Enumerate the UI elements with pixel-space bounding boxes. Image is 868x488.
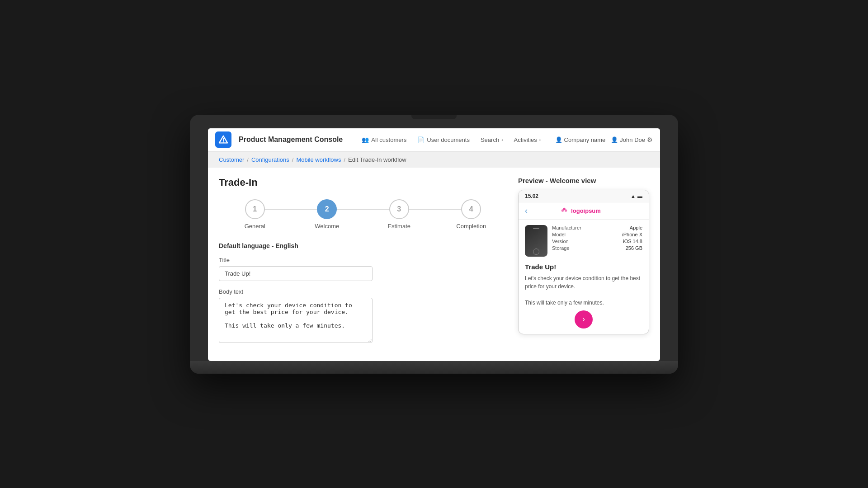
title-label: Title	[219, 257, 507, 263]
page-title: Trade-In	[219, 177, 507, 188]
user-icon: 👤	[611, 136, 618, 143]
step-circle-1: 1	[245, 199, 265, 219]
breadcrumb-mobile-workflows[interactable]: Mobile workflows	[296, 156, 341, 163]
stepper: 1 General 2 Welcome 3 Estim	[219, 199, 507, 230]
step-label-1: General	[245, 223, 265, 230]
nav-search[interactable]: Search ›	[476, 134, 508, 146]
documents-icon: 📄	[417, 136, 425, 143]
breadcrumb-sep-1: /	[247, 156, 249, 163]
body-field-group: Body text Let's check your device condit…	[219, 288, 507, 345]
phone-logo-icon	[560, 206, 568, 215]
phone-mockup: 15.02 ▲ ▬ ‹	[518, 190, 649, 334]
laptop-base	[190, 361, 678, 374]
phone-trade-body: Let's check your device condition to get…	[525, 274, 642, 307]
svg-point-2	[223, 142, 224, 143]
phone-time: 15.02	[525, 193, 538, 199]
nav-all-customers[interactable]: 👥 All customers	[357, 134, 411, 146]
body-textarea[interactable]: Let's check your device condition to get…	[219, 298, 373, 343]
breadcrumb: Customer / Configurations / Mobile workf…	[208, 152, 660, 168]
nav-activities[interactable]: Activities ›	[509, 134, 545, 146]
svg-point-5	[565, 209, 567, 211]
step-label-3: Estimate	[387, 223, 410, 230]
phone-body: Manufacturer Apple Model iPhone X Versio…	[519, 220, 649, 334]
step-label-2: Welcome	[315, 223, 339, 230]
spec-version: Version iOS 14.8	[552, 239, 642, 244]
title-field-group: Title	[219, 257, 507, 281]
nav-items: 👥 All customers 📄 User documents Search …	[357, 134, 547, 146]
left-panel: Trade-In 1 General 2 Welcome	[219, 177, 507, 352]
breadcrumb-configurations[interactable]: Configurations	[251, 156, 289, 163]
breadcrumb-current: Edit Trade-In workflow	[348, 156, 406, 163]
customers-icon: 👥	[362, 136, 369, 143]
section-label: Default language - English	[219, 242, 507, 249]
step-1[interactable]: 1 General	[219, 199, 291, 230]
title-input[interactable]	[219, 266, 373, 281]
company-name-nav[interactable]: 👤 Company name	[555, 136, 606, 143]
phone-back-button[interactable]: ‹	[525, 206, 528, 216]
preview-title: Preview - Welcome view	[518, 177, 649, 184]
step-circle-4: 4	[461, 199, 481, 219]
logo-icon	[218, 135, 228, 145]
app-header: Product Management Console 👥 All custome…	[208, 128, 660, 152]
app-logo	[215, 131, 231, 148]
phone-status-bar: 15.02 ▲ ▬	[519, 190, 649, 202]
step-2[interactable]: 2 Welcome	[291, 199, 363, 230]
body-label: Body text	[219, 288, 507, 295]
step-label-4: Completion	[456, 223, 486, 230]
step-circle-2: 2	[317, 199, 337, 219]
spec-model: Model iPhone X	[552, 232, 642, 237]
spec-manufacturer: Manufacturer Apple	[552, 225, 642, 230]
search-arrow-icon: ›	[501, 137, 503, 142]
wifi-icon: ▲	[631, 193, 636, 199]
activities-arrow-icon: ›	[539, 137, 541, 142]
device-image	[525, 225, 547, 257]
phone-nav-bar: ‹ logoipsum	[519, 202, 649, 220]
battery-icon: ▬	[637, 193, 642, 199]
user-settings-icon: ⚙	[647, 136, 653, 143]
phone-status-icons: ▲ ▬	[631, 193, 642, 199]
breadcrumb-sep-2: /	[292, 156, 294, 163]
device-info-row: Manufacturer Apple Model iPhone X Versio…	[525, 225, 642, 257]
right-panel: Preview - Welcome view 15.02 ▲ ▬ ‹	[518, 177, 649, 352]
step-circle-3: 3	[389, 199, 409, 219]
app-title: Product Management Console	[239, 136, 343, 144]
device-specs: Manufacturer Apple Model iPhone X Versio…	[552, 225, 642, 257]
step-4[interactable]: 4 Completion	[435, 199, 508, 230]
nav-right: 👤 Company name 👤 John Doe ⚙	[555, 136, 653, 143]
phone-logo: logoipsum	[560, 206, 601, 215]
main-content: Trade-In 1 General 2 Welcome	[208, 168, 660, 361]
step-3[interactable]: 3 Estimate	[363, 199, 435, 230]
breadcrumb-sep-3: /	[344, 156, 345, 163]
user-nav[interactable]: 👤 John Doe ⚙	[611, 136, 653, 143]
phone-cta-button[interactable]: ›	[575, 310, 593, 328]
company-icon: 👤	[555, 136, 562, 143]
nav-user-documents[interactable]: 📄 User documents	[413, 134, 474, 146]
spec-storage: Storage 256 GB	[552, 245, 642, 251]
breadcrumb-customer[interactable]: Customer	[219, 156, 244, 163]
phone-trade-title: Trade Up!	[525, 263, 642, 271]
